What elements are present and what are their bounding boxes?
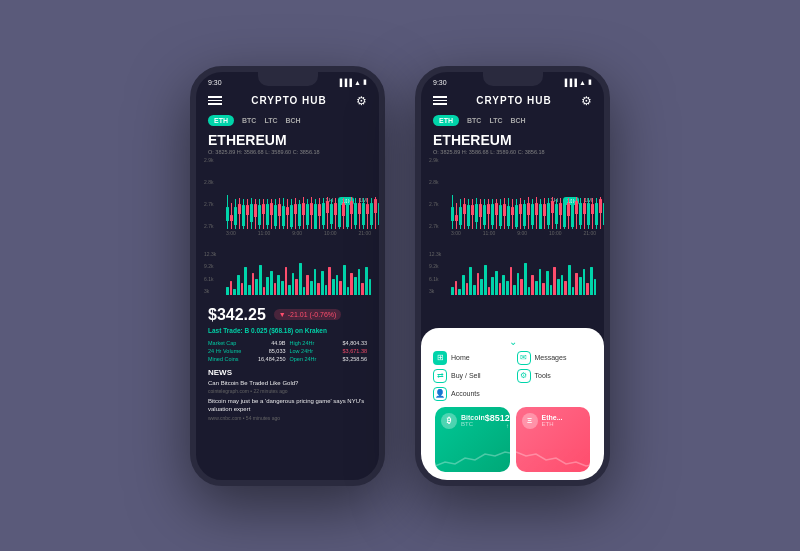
volume-bar bbox=[510, 267, 513, 295]
tab-ltc-r[interactable]: LTC bbox=[489, 117, 502, 124]
candle bbox=[250, 165, 253, 229]
candle bbox=[374, 165, 377, 229]
volume-bar bbox=[343, 265, 346, 295]
candle bbox=[491, 165, 494, 229]
tab-btc-r[interactable]: BTC bbox=[467, 117, 481, 124]
nav-accounts[interactable]: 👤 Accounts bbox=[433, 387, 509, 401]
x-axis-labels: 3:00 11:00 9:00 10:00 21:00 bbox=[226, 229, 371, 236]
nav-buy-sell[interactable]: ⇄ Buy / Sell bbox=[433, 369, 509, 383]
volume-bar bbox=[369, 279, 372, 295]
settings-icon-r[interactable]: ⚙ bbox=[581, 94, 592, 108]
candle bbox=[479, 165, 482, 229]
tab-ltc[interactable]: LTC bbox=[264, 117, 277, 124]
candle bbox=[495, 165, 498, 229]
candle bbox=[254, 165, 257, 229]
stats-grid: Market Cap 44.9B High 24Hr $4,804.33 24 … bbox=[196, 338, 379, 364]
eth-sparkline bbox=[516, 444, 591, 472]
candle bbox=[274, 165, 277, 229]
tab-eth[interactable]: ETH bbox=[208, 115, 234, 126]
news-item-1[interactable]: Can Bitcoin Be Traded Like Gold? cointel… bbox=[208, 380, 367, 395]
vol-y-r: 12.3k 9.2k 6.1k 3k bbox=[429, 251, 441, 295]
candle bbox=[571, 165, 574, 229]
menu-button-r[interactable] bbox=[433, 96, 447, 105]
candle bbox=[266, 165, 269, 229]
candle bbox=[278, 165, 281, 229]
tab-bch[interactable]: BCH bbox=[285, 117, 300, 124]
eth-symbol: ETH bbox=[542, 421, 563, 427]
volume-chart: 12.3k 9.2k 6.1k 3k bbox=[196, 247, 379, 302]
candle bbox=[294, 165, 297, 229]
news-section: NEWS Can Bitcoin Be Traded Like Gold? co… bbox=[196, 364, 379, 427]
candle bbox=[483, 165, 486, 229]
chevron-down-icon[interactable]: ⌄ bbox=[433, 336, 592, 347]
volume-bar bbox=[350, 273, 353, 295]
tab-bch-r[interactable]: BCH bbox=[510, 117, 525, 124]
volume-y-labels: 12.3k 9.2k 6.1k 3k bbox=[204, 251, 216, 295]
volume-bar bbox=[531, 275, 534, 295]
volume-bar bbox=[244, 267, 247, 295]
candle bbox=[302, 165, 305, 229]
battery-icon-r: ▮ bbox=[588, 78, 592, 86]
volume-bar bbox=[292, 273, 295, 295]
news-title: NEWS bbox=[208, 368, 367, 377]
candle bbox=[242, 165, 245, 229]
btc-symbol: BTC bbox=[461, 421, 485, 427]
volume-bar bbox=[575, 273, 578, 295]
volume-bar bbox=[237, 275, 240, 295]
candle bbox=[342, 165, 345, 229]
volume-bar bbox=[306, 275, 309, 295]
candle bbox=[230, 165, 233, 229]
nav-home[interactable]: ⊞ Home bbox=[433, 351, 509, 365]
volume-bar bbox=[328, 267, 331, 295]
volume-bar bbox=[568, 265, 571, 295]
volume-bar bbox=[233, 289, 236, 295]
candle bbox=[338, 165, 341, 229]
signal-icon: ▐▐▐ bbox=[337, 79, 352, 86]
price-change-badge: ▼ -21.01 (-0.76%) bbox=[274, 309, 342, 320]
candle bbox=[318, 165, 321, 229]
volume-bar bbox=[332, 279, 335, 295]
status-icons: ▐▐▐ ▲ ▮ bbox=[337, 78, 367, 86]
volume-bar bbox=[303, 287, 306, 295]
nav-messages[interactable]: ✉ Messages bbox=[517, 351, 593, 365]
buy-sell-icon: ⇄ bbox=[433, 369, 447, 383]
tab-btc[interactable]: BTC bbox=[242, 117, 256, 124]
candle bbox=[551, 165, 554, 229]
time: 9:30 bbox=[208, 79, 222, 86]
volume-bar bbox=[281, 281, 284, 295]
volume-bar bbox=[491, 277, 494, 295]
candle bbox=[314, 165, 317, 229]
candle bbox=[531, 165, 534, 229]
btc-card[interactable]: ₿ Bitcoin BTC $8512.88 ↑ 8.45 bbox=[435, 407, 510, 472]
volume-bars bbox=[226, 251, 371, 295]
volume-bar bbox=[550, 285, 553, 295]
volume-bar bbox=[586, 283, 589, 295]
candle bbox=[290, 165, 293, 229]
menu-button[interactable] bbox=[208, 96, 222, 105]
candle bbox=[234, 165, 237, 229]
settings-icon[interactable]: ⚙ bbox=[356, 94, 367, 108]
app-title-r: CRYPTO HUB bbox=[476, 95, 552, 106]
coin-name: ETHEREUM bbox=[196, 129, 379, 149]
candle bbox=[535, 165, 538, 229]
vol-bars-r bbox=[451, 251, 596, 295]
eth-card[interactable]: Ξ Ethe... ETH bbox=[516, 407, 591, 472]
btc-icon: ₿ bbox=[441, 413, 457, 429]
candle bbox=[519, 165, 522, 229]
volume-bar bbox=[230, 281, 233, 295]
nav-tools[interactable]: ⚙ Tools bbox=[517, 369, 593, 383]
candle bbox=[555, 165, 558, 229]
volume-bar bbox=[590, 267, 593, 295]
tab-eth-r[interactable]: ETH bbox=[433, 115, 459, 126]
volume-bar bbox=[484, 265, 487, 295]
nav-home-label: Home bbox=[451, 354, 470, 361]
candle bbox=[358, 165, 361, 229]
candle bbox=[587, 165, 590, 229]
volume-bar bbox=[499, 283, 502, 295]
news-item-2[interactable]: Bitcoin may just be a 'dangerous pricing… bbox=[208, 398, 367, 421]
volume-bar bbox=[513, 285, 516, 295]
eth-icon: Ξ bbox=[522, 413, 538, 429]
volume-bar bbox=[354, 277, 357, 295]
volume-bar bbox=[277, 275, 280, 295]
candle bbox=[366, 165, 369, 229]
